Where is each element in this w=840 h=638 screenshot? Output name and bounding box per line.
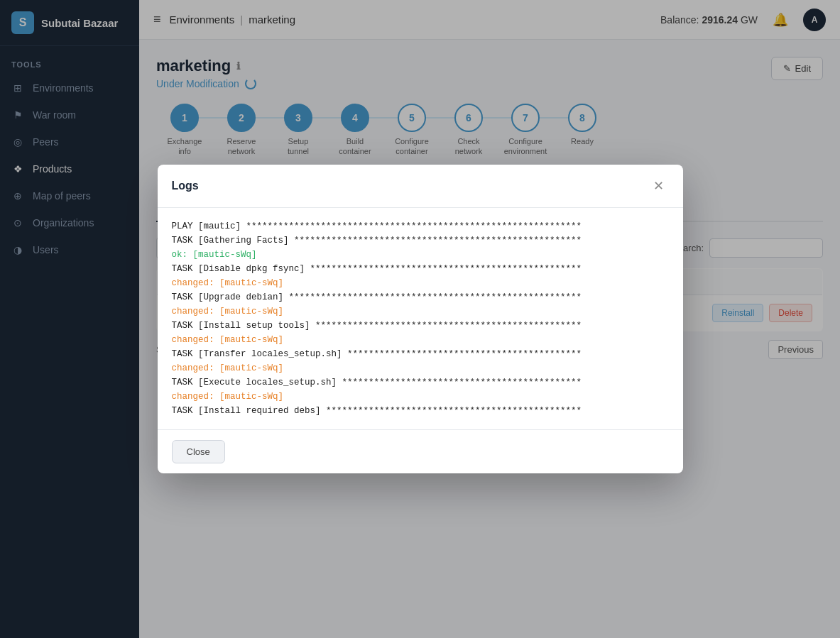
modal-body: PLAY [mautic] **************************…: [158, 208, 683, 429]
modal-footer: Close: [158, 429, 683, 473]
log-line: PLAY [mautic] **************************…: [172, 219, 669, 233]
close-modal-button[interactable]: Close: [172, 440, 225, 463]
modal-header: Logs ✕: [158, 165, 683, 208]
modal-title: Logs: [172, 180, 199, 192]
modal-overlay[interactable]: Logs ✕ PLAY [mautic] *******************…: [0, 0, 840, 638]
modal-close-button[interactable]: ✕: [649, 176, 669, 196]
log-line: changed: [mautic-sWq]: [172, 276, 669, 290]
log-line: ok: [mautic-sWq]: [172, 248, 669, 262]
log-line: changed: [mautic-sWq]: [172, 304, 669, 319]
log-line: TASK [Disable dpkg fsync] **************…: [172, 262, 669, 276]
log-line: changed: [mautic-sWq]: [172, 390, 669, 404]
log-line: changed: [mautic-sWq]: [172, 361, 669, 375]
log-line: TASK [Transfer locales_setup.sh] *******…: [172, 347, 669, 361]
log-line: changed: [mautic-sWq]: [172, 333, 669, 347]
log-line: TASK [Install required debs] ***********…: [172, 404, 669, 418]
logs-modal: Logs ✕ PLAY [mautic] *******************…: [158, 165, 683, 473]
log-line: TASK [Execute locales_setup.sh] ********…: [172, 375, 669, 390]
log-line: TASK [Upgrade debian] ******************…: [172, 290, 669, 304]
log-line: TASK [Gathering Facts] *****************…: [172, 233, 669, 248]
log-line: TASK [Install setup tools] *************…: [172, 319, 669, 333]
